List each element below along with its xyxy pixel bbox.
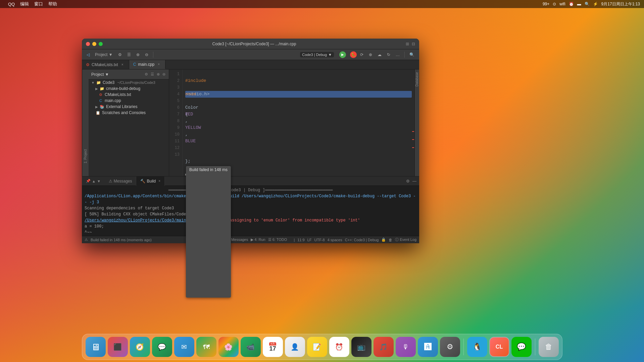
dock-item-clion[interactable]: CL: [489, 337, 509, 357]
settings-panel-icon[interactable]: ⚙: [406, 179, 410, 184]
scratches-icon: 📋: [95, 111, 101, 115]
contacts-icon: 👤: [291, 343, 299, 351]
sort-icon[interactable]: ☰: [125, 52, 133, 58]
dock-item-reminders[interactable]: ⏰: [329, 337, 349, 357]
back-button[interactable]: ◁: [85, 52, 92, 58]
more-button[interactable]: …: [394, 52, 402, 58]
dock-item-syspref[interactable]: ⚙: [440, 337, 460, 357]
control-center-icon[interactable]: ⊙: [553, 2, 556, 6]
build-label: Build: [147, 179, 156, 184]
tooltip-text: Build failed in 148 ms: [189, 167, 228, 172]
toolbar-settings[interactable]: ⊕: [156, 71, 160, 77]
build-error-line: /Users/wangqizhou/CLionProjects/Code3/ma…: [85, 217, 416, 223]
dock-item-notes[interactable]: 📝: [307, 337, 327, 357]
minimize-button[interactable]: [92, 42, 96, 46]
maximize-button[interactable]: [99, 42, 103, 46]
warning-icon: ⚠: [85, 238, 88, 242]
panel-label-text: 1: Project: [84, 149, 87, 163]
toolbar-collapse[interactable]: ⊖: [162, 71, 166, 77]
dock-item-messages[interactable]: 💬: [152, 337, 172, 357]
tree-arrow-cmake-build: ▶: [95, 87, 98, 91]
tree-arrow-code3: ▼: [91, 81, 95, 85]
dock-item-podcasts[interactable]: 🎙: [396, 337, 416, 357]
tree-item-cmakelists[interactable]: ⚙ CMakeLists.txt: [89, 92, 169, 98]
rerun-button[interactable]: ⟳: [358, 52, 365, 58]
status-lang: C++: Code3 | Debug: [345, 238, 379, 242]
event-log[interactable]: ⓘ Event Log: [395, 237, 416, 242]
dock-item-mail[interactable]: ✉: [174, 337, 194, 357]
search-button[interactable]: 🔍: [407, 52, 416, 58]
siri-icon[interactable]: ⚡: [593, 2, 598, 6]
toolbar-separator: [153, 52, 153, 58]
bottom-pin-icon[interactable]: 📌: [86, 179, 91, 183]
dock-item-appstore[interactable]: 🅰: [418, 337, 438, 357]
lock-icon: 🔒: [381, 238, 386, 242]
settings-icon[interactable]: ⚙: [116, 52, 124, 58]
dock-item-facetime[interactable]: 📹: [241, 337, 261, 357]
messages-label: Messages: [114, 179, 132, 184]
build-button[interactable]: ⊕: [367, 52, 374, 58]
toolbar-gear[interactable]: ⚙: [144, 71, 149, 77]
dock-item-finder[interactable]: 🖥: [86, 337, 106, 357]
dock-item-launchpad[interactable]: ⬛: [108, 337, 128, 357]
dock-item-trash[interactable]: 🗑: [539, 337, 559, 357]
safari-icon: 🧭: [136, 343, 144, 351]
bottom-tab-build[interactable]: 🔨 Build ×: [136, 176, 165, 186]
tab-main-cpp-close[interactable]: ×: [156, 62, 161, 67]
bottom-panel: 📌 ▲ ▼ ⚠ Messages 🔨 Build × ⚙ — ═════════…: [82, 176, 419, 243]
menu-window[interactable]: 窗口: [34, 1, 43, 7]
gear-icon[interactable]: ⊕: [134, 52, 142, 58]
project-dropdown[interactable]: Project ▼: [93, 52, 115, 58]
search-icon[interactable]: 🔍: [585, 2, 590, 6]
status-todo[interactable]: ☰ 6: TODO: [268, 238, 287, 242]
status-run[interactable]: ▶ 4: Run: [251, 238, 265, 242]
bottom-up-icon[interactable]: ▲: [92, 179, 96, 183]
project-toolbar-title[interactable]: Project ▼: [91, 72, 109, 77]
dock-item-maps[interactable]: 🗺: [196, 337, 216, 357]
folder-icon-cmake-build: 📁: [99, 87, 105, 91]
build-close[interactable]: ×: [158, 179, 160, 183]
dock-item-contacts[interactable]: 👤: [285, 337, 305, 357]
dock-item-calendar[interactable]: 9月 17: [263, 337, 283, 357]
dock-item-qq[interactable]: 🐧: [467, 337, 487, 357]
dock-item-appletv[interactable]: 📺: [351, 337, 371, 357]
dock-item-photos[interactable]: 🌸: [218, 337, 239, 357]
tab-cmake[interactable]: ⚙ CMakeLists.txt ×: [82, 60, 129, 69]
toolbar-sort[interactable]: ☰: [150, 71, 155, 77]
database-label[interactable]: Database: [415, 72, 419, 87]
qq-icon: 🐧: [473, 343, 482, 351]
tree-item-main-cpp[interactable]: C main.cpp: [89, 98, 169, 104]
bottom-tab-messages[interactable]: ⚠ Messages: [105, 176, 137, 186]
dock-item-safari[interactable]: 🧭: [130, 337, 150, 357]
delete-icon: 🗑: [389, 238, 392, 242]
tab-main-cpp[interactable]: C main.cpp ×: [129, 60, 165, 69]
dock: 🖥 ⬛ 🧭 💬 ✉ 🗺 🌸 📹 9月 17 👤 📝 ⏰ 📺 🎵: [82, 334, 562, 360]
refresh-button[interactable]: ↻: [385, 52, 392, 58]
bottom-down-icon[interactable]: ▼: [97, 179, 101, 183]
tab-cmake-close[interactable]: ×: [120, 62, 125, 67]
coverage-button[interactable]: ☁: [376, 52, 384, 58]
minimize-icon[interactable]: ⊟: [412, 42, 415, 46]
dock-item-wechat[interactable]: 💬: [511, 337, 532, 357]
bottom-tabs: 📌 ▲ ▼ ⚠ Messages 🔨 Build × ⚙ —: [82, 176, 419, 186]
close-panel-icon[interactable]: —: [412, 179, 416, 184]
build-output[interactable]: ═══════════════[ Build | Code3 | Debug ]…: [82, 186, 419, 243]
build-scanning: Scanning dependencies of target Code3: [85, 205, 416, 211]
menu-qq[interactable]: QQ: [8, 2, 15, 7]
tab-cmake-label: CMakeLists.txt: [92, 62, 118, 67]
wifi-icon[interactable]: wifi: [559, 2, 565, 6]
debug-button[interactable]: 🐛: [350, 51, 357, 58]
tree-item-cmake-build[interactable]: ▶ 📁 cmake-build-debug: [89, 86, 169, 92]
dock-item-music[interactable]: 🎵: [374, 337, 394, 357]
collapse-icon[interactable]: ⊖: [143, 52, 150, 58]
tree-item-scratches[interactable]: 📋 Scratches and Consoles: [89, 110, 169, 116]
split-icon[interactable]: ⊞: [406, 42, 409, 46]
tree-item-ext-libs[interactable]: ▶ 📚 External Libraries: [89, 104, 169, 110]
run-config-dropdown[interactable]: Code3 | Debug ▼: [300, 52, 334, 57]
close-button[interactable]: [86, 42, 90, 46]
menu-edit[interactable]: 编辑: [20, 1, 29, 7]
finder-icon: 🖥: [91, 342, 100, 353]
tree-item-code3[interactable]: ▼ 📁 Code3 ~/CLionProjects/Code3: [89, 80, 169, 86]
menu-help[interactable]: 帮助: [48, 1, 57, 7]
run-button[interactable]: ▶: [339, 51, 346, 58]
